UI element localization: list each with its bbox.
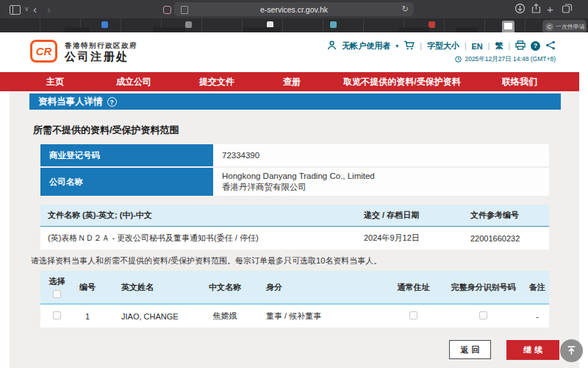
row-select-checkbox[interactable] xyxy=(53,311,61,319)
tab-favicon[interactable] xyxy=(101,21,108,28)
nav-home[interactable]: 主页 xyxy=(46,72,64,91)
table-row: 商业登记号码 72334390 xyxy=(40,144,549,166)
col-doc-ref: 文件参考编号 xyxy=(470,210,549,221)
account-caret-icon: ▾ xyxy=(395,43,398,49)
nav-contact[interactable]: 联络我们 xyxy=(502,72,537,91)
datetime-text: 2025年12月27日 14:48 (GMT+8) xyxy=(465,55,556,64)
nav-search[interactable]: 查册 xyxy=(283,72,301,91)
cr-logo[interactable]: CR xyxy=(30,40,57,63)
separator: | xyxy=(488,42,490,50)
brn-value: 72334390 xyxy=(222,150,549,161)
company-name-label: 公司名称 xyxy=(40,168,213,196)
site-header: CR 香港特别行政区政府 公司注册处 无帐户使用者 ▾ | 字型大小 | EN … xyxy=(0,32,588,72)
data-subject-row: 1 JIAO, CHANGE 焦嫦娥 董事 / 候补董事 - xyxy=(40,305,549,328)
doc-ref: 22001660232 xyxy=(470,234,549,243)
doc-date: 2024年9月12日 xyxy=(364,233,470,244)
col-address: 通常住址 xyxy=(386,282,441,293)
company-name-zh: 香港丹洋商贸有限公司 xyxy=(222,182,549,193)
forward-icon[interactable]: › xyxy=(47,0,51,18)
back-icon[interactable]: ‹ xyxy=(33,0,37,18)
nav-filing[interactable]: 提交文件 xyxy=(199,72,234,91)
tab-favicon-c: C xyxy=(545,23,553,31)
url-text: e-services.cr.gov.hk xyxy=(260,5,328,14)
main-nav: 主页 成立公司 提交文件 查册 取览不提供的资料/受保护资料 联络我们 xyxy=(0,72,579,91)
col-select: 选择 xyxy=(49,276,65,287)
chevron-down-icon[interactable]: ∨ xyxy=(24,0,29,18)
row-capacity: 董事 / 候补董事 xyxy=(255,311,386,322)
separator: | xyxy=(508,42,510,50)
browser-toolbar: ∨ ‹ › e-services.cr.gov.hk ↻ + xyxy=(0,0,588,18)
section-title: 所需不提供的资料/受保护资料范围 xyxy=(33,124,179,137)
reload-icon[interactable]: ↻ xyxy=(402,2,409,16)
user-icon xyxy=(327,40,337,52)
page-title: 资料当事人详情 xyxy=(38,96,103,108)
col-id-number: 完整身分识别号码 xyxy=(441,282,526,293)
col-doc-date: 递交 / 存档日期 xyxy=(364,210,470,221)
row-remark: - xyxy=(526,312,549,321)
account-menu[interactable]: 无帐户使用者 xyxy=(342,40,390,52)
document-table: 文件名称 (英)-英文; (中)-中文 递交 / 存档日期 文件参考编号 (英)… xyxy=(40,205,549,250)
row-address-checkbox[interactable] xyxy=(409,311,417,319)
extension-icon[interactable] xyxy=(163,6,171,14)
row-name-en: JIAO, CHANGE xyxy=(101,312,195,321)
col-remark: 备注 xyxy=(526,282,549,293)
tab-label: 一次性申请... xyxy=(556,23,587,31)
company-name-en: Hongkong Danyang Trading Co., Limited xyxy=(222,171,549,182)
nav-withheld-info[interactable]: 取览不提供的资料/受保护资料 xyxy=(343,72,460,91)
arrow-to-top-icon xyxy=(566,345,577,356)
downloads-icon[interactable] xyxy=(514,3,526,17)
cart-icon[interactable] xyxy=(404,40,415,52)
new-tab-icon[interactable]: + xyxy=(547,0,553,18)
dept-title: 公司注册处 xyxy=(65,50,129,64)
tab-favicon[interactable] xyxy=(185,21,192,28)
nav-incorporation[interactable]: 成立公司 xyxy=(116,72,151,91)
sidebar-toggle-icon[interactable] xyxy=(10,5,21,15)
action-bar: 返回 继续 xyxy=(0,340,588,361)
page-title-bar: 资料当事人详情 ? xyxy=(29,93,561,110)
tab-strip: C 一次性申请... xyxy=(0,18,588,32)
col-no: 编号 xyxy=(74,282,101,293)
continue-button[interactable]: 继续 xyxy=(506,340,559,360)
document-table-header: 文件名称 (英)-英文; (中)-中文 递交 / 存档日期 文件参考编号 xyxy=(40,205,549,227)
screen: ∨ ‹ › e-services.cr.gov.hk ↻ + xyxy=(0,0,588,368)
share-icon[interactable] xyxy=(531,3,542,17)
brn-label: 商业登记号码 xyxy=(40,144,213,166)
address-bar[interactable]: e-services.cr.gov.hk ↻ xyxy=(174,2,414,16)
col-name-zh: 中文名称 xyxy=(195,282,255,293)
separator: | xyxy=(465,42,467,50)
row-name-zh: 焦嫦娥 xyxy=(195,311,255,322)
select-all-checkbox[interactable] xyxy=(53,290,61,298)
instruction-text: 请选择资料当事人和所需不提供的资料/受保护资料范围。每宗订单最多只可选取10名资… xyxy=(31,255,381,266)
tab-overview-icon[interactable] xyxy=(562,3,573,17)
print-icon[interactable] xyxy=(515,40,526,52)
col-doc-name: 文件名称 (英)-英文; (中)-中文 xyxy=(40,210,364,221)
clock-icon xyxy=(455,56,462,64)
help-icon[interactable]: ? xyxy=(531,41,540,51)
company-info-table: 商业登记号码 72334390 公司名称 Hongkong Danyang Tr… xyxy=(40,144,549,197)
data-subject-table-header: 选择 编号 英文姓名 中文名称 身分 通常住址 完整身分识别号码 备注 xyxy=(40,271,549,305)
doc-name: (英)表格ＮＤ２Ａ - 更改公司秘书及董事通知书(委任 / 停任) xyxy=(40,233,364,244)
share-page-icon[interactable] xyxy=(545,40,556,52)
separator: | xyxy=(420,42,422,50)
back-button[interactable]: 返回 xyxy=(449,340,491,359)
font-size-control[interactable]: 字型大小 xyxy=(427,40,459,52)
table-row: 公司名称 Hongkong Danyang Trading Co., Limit… xyxy=(40,168,549,196)
document-row: (英)表格ＮＤ２Ａ - 更改公司秘书及董事通知书(委任 / 停任) 2024年9… xyxy=(40,227,549,250)
tab-favicon[interactable] xyxy=(330,21,337,28)
row-no: 1 xyxy=(74,312,101,321)
page-help-icon[interactable]: ? xyxy=(107,97,117,107)
col-name-en: 英文姓名 xyxy=(101,282,195,293)
lang-traditional[interactable]: 繁 xyxy=(495,40,503,52)
col-capacity: 身分 xyxy=(255,282,386,293)
lang-en[interactable]: EN xyxy=(472,42,483,51)
row-id-checkbox[interactable] xyxy=(479,311,487,319)
page-icon xyxy=(181,6,188,14)
scroll-to-top-button[interactable] xyxy=(560,339,583,362)
data-subject-table: 选择 编号 英文姓名 中文名称 身分 通常住址 完整身分识别号码 备注 1 JI… xyxy=(40,271,549,328)
